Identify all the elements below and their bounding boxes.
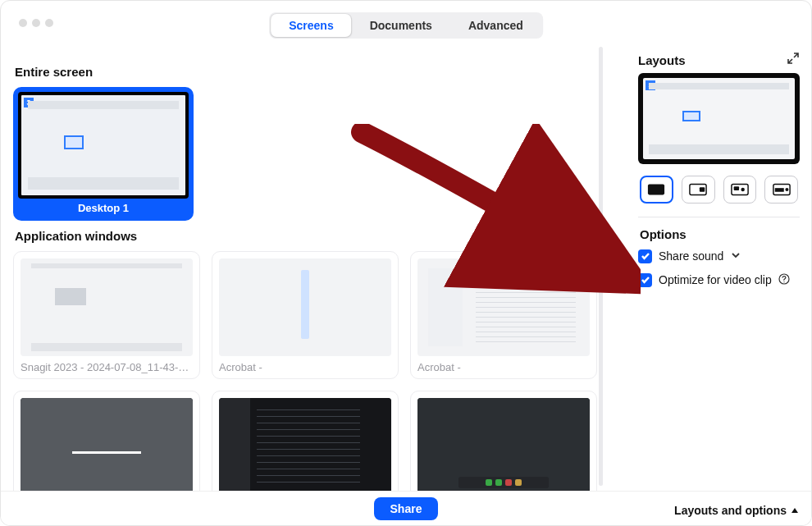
- app-tile-chrome[interactable]: Google Chrome - Zoom_ScreenSh…: [13, 391, 200, 491]
- options-heading: Options: [640, 227, 800, 241]
- share-sound-option[interactable]: Share sound: [638, 249, 800, 263]
- layout-pip-right-button[interactable]: [682, 176, 715, 204]
- triangle-up-icon: [791, 508, 798, 513]
- footer: Share Layouts and options: [1, 491, 811, 525]
- share-sound-label: Share sound: [659, 249, 723, 263]
- optimize-video-label: Optimize for video clip: [659, 273, 772, 286]
- svg-rect-4: [734, 186, 739, 190]
- layout-sidebar-button[interactable]: [764, 176, 798, 204]
- layout-preview: 3: [638, 73, 800, 164]
- layouts-toggle-label: Layouts and options: [674, 504, 787, 517]
- divider: [638, 217, 800, 217]
- tab-segmented-control: Screens Documents Advanced: [269, 12, 543, 39]
- svg-rect-7: [774, 188, 783, 192]
- desktop-1-label: Desktop 1: [78, 202, 129, 216]
- section-app-windows: Application windows: [15, 229, 614, 243]
- app-tile-acrobat-1[interactable]: Acrobat -: [212, 251, 399, 379]
- app-tile-slack[interactable]: Slack -: [212, 391, 399, 491]
- section-entire-screen: Entire screen: [15, 65, 614, 79]
- app-tile-acrobat-2[interactable]: Acrobat -: [410, 251, 597, 379]
- share-picker-left: Entire screen 3 Desktop 1 Application wi…: [1, 43, 626, 491]
- scrollbar[interactable]: [599, 47, 603, 486]
- app-tile-label: Acrobat -: [417, 356, 590, 373]
- share-sound-checkbox[interactable]: [638, 249, 652, 263]
- window-traffic-lights: [19, 19, 53, 27]
- svg-rect-2: [700, 187, 705, 192]
- layouts-heading: Layouts: [638, 53, 686, 67]
- tab-advanced[interactable]: Advanced: [450, 14, 541, 37]
- layout-speaker-button[interactable]: [723, 176, 757, 204]
- svg-rect-0: [648, 184, 664, 194]
- app-tile-label: Snagit 2023 - 2024-07-08_11-43-…: [21, 356, 193, 373]
- share-button[interactable]: Share: [374, 497, 439, 520]
- tab-screens[interactable]: Screens: [271, 14, 351, 37]
- app-tile-label: Acrobat -: [219, 356, 391, 373]
- optimize-video-checkbox[interactable]: [638, 273, 652, 287]
- svg-point-8: [785, 188, 788, 191]
- app-windows-grid: Snagit 2023 - 2024-07-08_11-43-… Acrobat…: [13, 251, 614, 491]
- layout-fullscreen-button[interactable]: [640, 176, 673, 204]
- app-tile-zoom[interactable]: [410, 391, 597, 491]
- app-tile-snagit[interactable]: Snagit 2023 - 2024-07-08_11-43-…: [13, 251, 200, 379]
- desktop-1-thumb: 3: [18, 92, 189, 199]
- help-icon[interactable]: [778, 273, 790, 287]
- svg-point-5: [741, 188, 744, 191]
- desktop-1-tile[interactable]: 3 Desktop 1: [13, 87, 194, 221]
- layouts-panel: Layouts 3: [626, 43, 811, 491]
- tab-documents[interactable]: Documents: [352, 14, 450, 37]
- layout-buttons: [638, 176, 800, 204]
- expand-icon[interactable]: [787, 52, 800, 68]
- chevron-down-icon[interactable]: [730, 249, 741, 263]
- layouts-and-options-toggle[interactable]: Layouts and options: [674, 504, 798, 517]
- optimize-video-option[interactable]: Optimize for video clip: [638, 273, 800, 287]
